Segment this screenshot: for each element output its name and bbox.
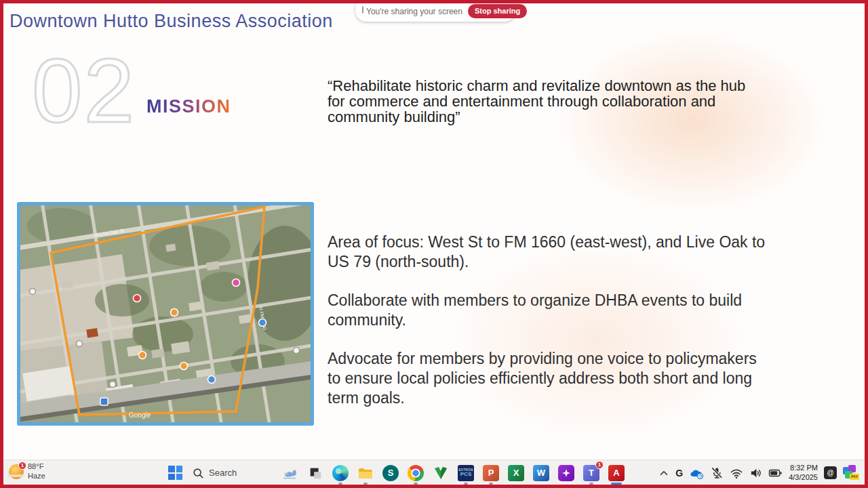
splashtop-icon [558, 465, 574, 481]
sharepoint-icon: S [382, 465, 399, 481]
paragraph-collaborate: Collaborate with members to organize DHB… [328, 291, 853, 330]
map-pin [134, 295, 141, 302]
text-line: US 79 (north-south). [328, 252, 853, 272]
paragraph-advocate: Advocate for members by providing one vo… [328, 349, 853, 408]
pcs-label: PCS [460, 472, 471, 477]
taskbar-app-sharepoint[interactable]: S [382, 465, 399, 481]
weather-haze-icon: 1 [9, 464, 24, 479]
taskbar-app-whale[interactable] [282, 465, 298, 481]
stop-sharing-button[interactable]: Stop sharing [468, 4, 527, 18]
quote-line: community building” [328, 109, 856, 125]
search-label: Search [209, 468, 237, 478]
task-view-icon [308, 466, 323, 481]
satellite-map-image: W Live Oak St N FM 1660 G [20, 205, 311, 422]
presentation-slide: Downtown Hutto Business Association 02 M… [3, 3, 865, 460]
map-pin [77, 341, 83, 347]
taskbar-app-excel[interactable]: X [508, 465, 524, 481]
taskbar-app-extron-pcs[interactable]: EXTRON PCS [458, 465, 474, 481]
map-pin [208, 376, 216, 384]
search-icon [192, 467, 204, 479]
taskbar-app-powerpoint[interactable]: P [483, 465, 499, 481]
map-pin [110, 382, 116, 388]
battery-icon[interactable] [768, 466, 783, 480]
acrobat-icon: A [608, 465, 625, 481]
taskbar-app-word[interactable]: W [533, 465, 549, 481]
weather-widget[interactable]: 1 88°F Haze [9, 462, 45, 481]
teams-notification-badge: 1 [595, 461, 604, 469]
word-icon: W [533, 465, 549, 481]
weather-badge: 1 [18, 462, 26, 470]
quote-line: “Rehabilitate historic charm and revital… [328, 78, 856, 94]
wifi-icon[interactable] [730, 467, 743, 479]
slide-body-text: Area of focus: West St to FM 1660 (east-… [328, 232, 853, 427]
text-line: Area of focus: West St to FM 1660 (east-… [328, 232, 853, 252]
map-pin [171, 309, 178, 317]
mission-quote: “Rehabilitate historic charm and revital… [328, 78, 856, 125]
map-watermark: Google [129, 411, 151, 419]
file-explorer-icon [357, 465, 374, 481]
section-number: 02 [32, 45, 136, 136]
pax-label: PAX [850, 474, 859, 480]
shared-screen: Downtown Hutto Business Association 02 M… [0, 0, 868, 488]
map-pin [100, 398, 108, 405]
paragraph-area-of-focus: Area of focus: West St to FM 1660 (east-… [328, 232, 853, 272]
excel-icon: X [508, 465, 524, 481]
text-line: Advocate for members by providing one vo… [328, 349, 853, 369]
weather-condition: Haze [28, 472, 45, 480]
map-pin [30, 289, 36, 295]
green-v-icon [433, 465, 449, 481]
map-pin [294, 348, 300, 354]
speaker-icon[interactable] [749, 466, 762, 479]
taskbar-search[interactable]: Search [192, 467, 237, 479]
taskbar-app-teams[interactable]: T 1 [583, 465, 599, 481]
area-map: W Live Oak St N FM 1660 G [17, 202, 314, 426]
text-line: Collaborate with members to organize DHB… [328, 291, 853, 310]
map-pin [233, 279, 240, 287]
map-pin [259, 319, 267, 327]
share-message: You're sharing your screen [366, 7, 462, 16]
taskbar-clock[interactable]: 8:32 PM 4/3/2025 [789, 464, 818, 483]
taskbar-app-chrome[interactable] [408, 465, 424, 481]
quote-line: for commerce and entertainment through c… [328, 94, 856, 109]
map-pin [180, 363, 188, 370]
powerpoint-icon: P [483, 465, 499, 481]
taskbar-app-file-explorer[interactable] [357, 465, 374, 481]
map-pin [139, 352, 146, 359]
whale-icon [282, 465, 298, 481]
pax-app-icon[interactable]: PAX [843, 465, 859, 481]
taskbar-app-splashtop[interactable] [558, 465, 574, 481]
extron-pcs-icon: EXTRON PCS [458, 465, 474, 481]
grammarly-tray-icon[interactable]: G [675, 468, 683, 479]
weather-text: 88°F Haze [28, 462, 45, 481]
edge-icon [332, 465, 349, 481]
clock-time: 8:32 PM [790, 464, 818, 472]
tray-expand-chevron-icon[interactable] [658, 468, 669, 479]
section-label: MISSION [146, 96, 231, 117]
start-button[interactable] [168, 466, 182, 480]
screen-share-icon [362, 6, 363, 14]
taskbar-app-green-v[interactable] [433, 465, 449, 481]
taskbar-app-acrobat[interactable]: A [608, 465, 625, 481]
tray-app-icon[interactable]: @ [824, 466, 837, 479]
microphone-muted-icon[interactable] [710, 466, 724, 480]
chrome-icon [408, 465, 424, 481]
clock-date: 4/3/2025 [789, 473, 818, 481]
text-line: to ensure local policies efficiently add… [328, 369, 853, 388]
taskbar-app-taskview[interactable] [307, 465, 323, 481]
onedrive-icon[interactable] [689, 466, 704, 480]
weather-temperature: 88°F [28, 462, 43, 470]
text-line: community. [328, 310, 853, 330]
taskbar-app-edge[interactable] [332, 465, 349, 481]
text-line: term goals. [328, 388, 853, 408]
slide-title: Downtown Hutto Business Association [9, 11, 333, 32]
windows-taskbar: 1 88°F Haze Search [3, 460, 865, 485]
screen-share-banner: You're sharing your screen Stop sharing [355, 0, 515, 22]
